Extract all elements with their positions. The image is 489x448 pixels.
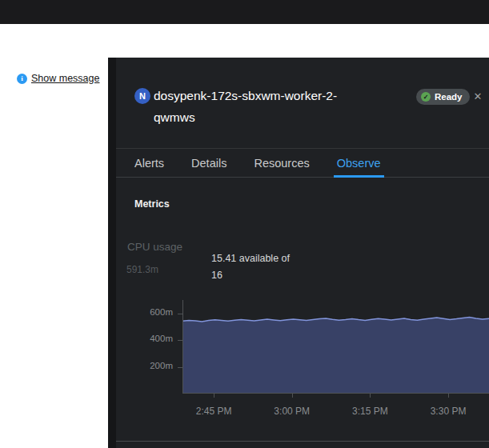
x-axis-tick-label: 2:45 PM xyxy=(196,406,232,417)
cpu-usage-area-chart xyxy=(182,300,489,394)
section-divider xyxy=(116,441,489,442)
x-axis-tick-label: 3:30 PM xyxy=(431,406,467,417)
x-axis-tick-label: 3:15 PM xyxy=(352,406,388,417)
panel-tabs: Alerts Details Resources Observe xyxy=(116,148,489,178)
y-axis-tick-label: 200m xyxy=(150,361,173,370)
tab-details[interactable]: Details xyxy=(191,149,226,177)
cpu-usage-xticks: 2:45 PM3:00 PM3:15 PM3:30 PM xyxy=(182,394,489,422)
status-badge: ✓ Ready xyxy=(416,89,470,105)
cpu-usage-plot xyxy=(182,300,489,394)
tab-resources[interactable]: Resources xyxy=(254,149,309,177)
show-message-label: Show message xyxy=(31,73,99,84)
node-title: dosypenk-172s-sbxwm-worker-2-qwmws xyxy=(154,85,358,128)
screen: i Show message N dosypenk-172s-sbxwm-wor… xyxy=(0,0,489,448)
cpu-available-text: 15.41 available of 16 xyxy=(211,250,301,284)
panel-edge-shadow xyxy=(108,58,116,448)
masthead-bar xyxy=(0,0,489,24)
cpu-current-value: 591.3m xyxy=(126,264,158,275)
node-side-panel: N dosypenk-172s-sbxwm-worker-2-qwmws ✓ R… xyxy=(116,58,489,448)
x-axis-tick-mark xyxy=(448,394,449,398)
status-label: Ready xyxy=(435,92,463,102)
metrics-heading: Metrics xyxy=(134,198,170,210)
page-background-band xyxy=(0,24,489,58)
topology-canvas: i Show message xyxy=(0,58,108,448)
show-message-link[interactable]: i Show message xyxy=(17,73,99,84)
x-axis-tick-label: 3:00 PM xyxy=(274,406,310,417)
y-axis-tick-label: 400m xyxy=(150,334,173,343)
tab-observe[interactable]: Observe xyxy=(337,149,381,177)
cpu-usage-yticks: 600m400m200m xyxy=(116,300,182,394)
cpu-usage-label: CPU usage xyxy=(127,241,182,253)
check-circle-icon: ✓ xyxy=(421,92,431,102)
x-axis-tick-mark xyxy=(214,394,214,398)
close-icon[interactable]: ✕ xyxy=(470,88,486,104)
x-axis-tick-mark xyxy=(292,394,293,398)
y-axis-tick-label: 600m xyxy=(150,307,173,317)
node-resource-icon: N xyxy=(134,88,150,104)
info-icon: i xyxy=(17,74,27,84)
x-axis-tick-mark xyxy=(370,394,371,398)
tab-alerts[interactable]: Alerts xyxy=(134,149,164,177)
